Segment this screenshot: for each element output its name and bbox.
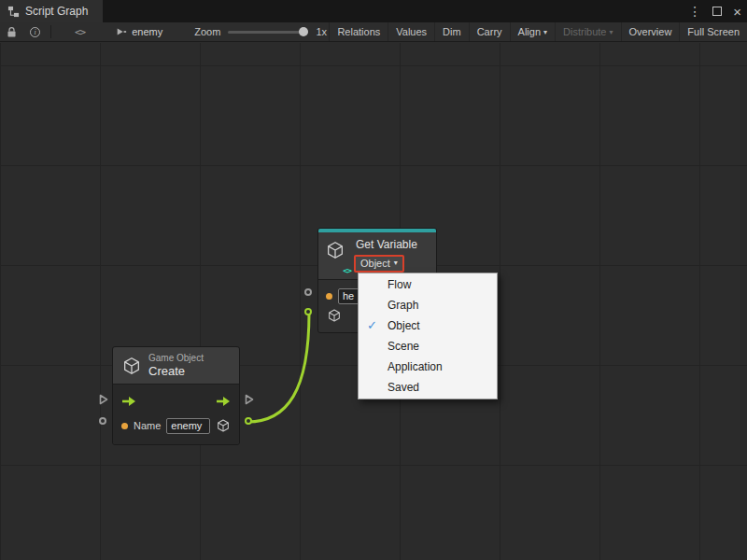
node-create-game-object[interactable]: Game Object Create bbox=[112, 346, 240, 445]
zoom-value[interactable]: 1x bbox=[316, 26, 327, 37]
node-category: Game Object bbox=[148, 353, 204, 364]
string-port-icon bbox=[326, 293, 332, 300]
close-icon[interactable]: × bbox=[733, 5, 741, 19]
variable-cube-icon: <> bbox=[325, 237, 347, 273]
toolbar-separator bbox=[50, 25, 51, 38]
gameobject-cube-icon bbox=[121, 356, 142, 376]
carry-button[interactable]: Carry bbox=[469, 22, 510, 41]
tab-title: Script Graph bbox=[25, 5, 88, 18]
menu-item-flow[interactable]: Flow bbox=[359, 274, 497, 295]
window-menu-icon[interactable]: ⋮ bbox=[688, 5, 701, 18]
name-input-port[interactable] bbox=[99, 417, 106, 425]
name-input-port[interactable] bbox=[304, 288, 312, 296]
graph-canvas[interactable]: <> Get Variable Object ▾ he bbox=[0, 43, 747, 560]
chevron-down-icon: ▾ bbox=[543, 28, 547, 36]
menu-item-object[interactable]: ✓ Object bbox=[359, 315, 497, 336]
script-graph-icon bbox=[7, 6, 20, 18]
node-title: Get Variable bbox=[356, 238, 417, 251]
distribute-button[interactable]: Distribute ▾ bbox=[555, 22, 620, 41]
values-button[interactable]: Values bbox=[388, 22, 434, 41]
flow-output-port[interactable] bbox=[245, 394, 254, 405]
tab-script-graph[interactable]: Script Graph bbox=[0, 0, 103, 22]
gameobject-cube-icon bbox=[327, 308, 342, 323]
lock-icon bbox=[7, 26, 17, 38]
string-port-icon bbox=[121, 423, 128, 429]
flow-out-arrow-icon bbox=[216, 396, 231, 407]
overview-button[interactable]: Overview bbox=[621, 22, 680, 41]
graph-asset-icon bbox=[116, 26, 127, 37]
connection-wire[interactable] bbox=[247, 313, 309, 422]
info-button[interactable]: i bbox=[23, 22, 47, 41]
menu-item-scene[interactable]: Scene bbox=[359, 336, 497, 357]
code-badge-icon: <> bbox=[343, 266, 351, 275]
zoom-slider[interactable] bbox=[228, 31, 308, 34]
graph-breadcrumb[interactable]: enemy bbox=[116, 26, 162, 37]
menu-item-saved[interactable]: Saved bbox=[359, 377, 497, 398]
relations-button[interactable]: Relations bbox=[329, 22, 388, 41]
code-icon: <> bbox=[75, 26, 85, 38]
gameobject-cube-icon bbox=[216, 418, 231, 433]
dim-button[interactable]: Dim bbox=[434, 22, 469, 41]
check-icon: ✓ bbox=[367, 318, 377, 332]
code-view-button[interactable]: <> bbox=[68, 22, 92, 41]
graph-name: enemy bbox=[132, 26, 162, 37]
node-title: Create bbox=[148, 364, 204, 378]
graph-toolbar: i <> enemy Zoom 1x Relations Values Dim … bbox=[0, 22, 747, 42]
info-icon: i bbox=[30, 27, 40, 37]
maximize-icon[interactable] bbox=[712, 7, 722, 16]
gameobject-output-port[interactable] bbox=[245, 417, 252, 425]
variable-scope-menu: Flow Graph ✓ Object Scene Application Sa… bbox=[358, 273, 498, 399]
name-input-field[interactable]: enemy bbox=[166, 418, 210, 434]
flow-input-port[interactable] bbox=[99, 394, 108, 405]
variable-scope-dropdown[interactable]: Object ▾ bbox=[354, 255, 404, 273]
zoom-slider-handle[interactable] bbox=[299, 27, 308, 36]
align-button[interactable]: Align ▾ bbox=[510, 22, 555, 41]
zoom-label: Zoom bbox=[194, 26, 220, 37]
full-screen-button[interactable]: Full Screen bbox=[679, 22, 747, 41]
title-bar: Script Graph ⋮ × bbox=[0, 0, 747, 22]
flow-in-arrow-icon bbox=[121, 396, 136, 407]
name-port-label: Name bbox=[134, 420, 161, 431]
lock-button[interactable] bbox=[0, 22, 23, 41]
menu-item-application[interactable]: Application bbox=[359, 357, 497, 377]
object-input-port[interactable] bbox=[304, 308, 312, 315]
chevron-down-icon: ▾ bbox=[394, 257, 398, 270]
chevron-down-icon: ▾ bbox=[610, 28, 613, 36]
menu-item-graph[interactable]: Graph bbox=[359, 295, 497, 315]
